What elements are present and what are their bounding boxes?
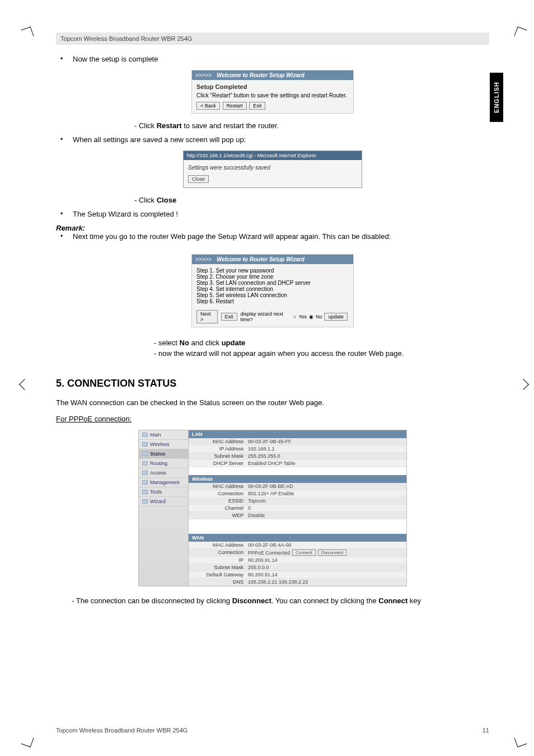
wizard-step: Step 1. Set your new password <box>196 267 349 274</box>
sidebar-item-management[interactable]: Management <box>139 478 188 487</box>
sidebar-item-wizard[interactable]: Wizard <box>139 497 188 506</box>
wan-label: Subnet Mask <box>192 565 248 570</box>
ie-title: http://192.168.1.1/wizard8.cgi - Microso… <box>184 151 362 160</box>
no-label: No <box>316 314 322 320</box>
folder-icon <box>142 442 148 447</box>
wizard-title: Welcome to Router Setup Wizard <box>217 72 305 78</box>
wan-label: DNS <box>192 579 248 585</box>
lan-label: DHCP Server <box>192 461 248 466</box>
wizard-step: Step 5. Set wireless LAN connection <box>196 292 349 298</box>
sidebar-item-tools[interactable]: Tools <box>139 487 188 497</box>
wireless-value: Disable <box>248 513 265 518</box>
wan-value: 195.238.2.21 195.238.2.22 <box>248 579 308 585</box>
wireless-value: 00-03-2F-0B-BE-AD <box>248 483 293 489</box>
wizard-title: Welcome to Router Setup Wizard <box>217 256 305 262</box>
wan-label: MAC Address <box>192 542 248 548</box>
lan-value: 00-03-2F-0B-49-FF <box>248 439 292 444</box>
connect-button[interactable]: Connect <box>292 550 316 556</box>
status-sidebar: Main Wireless Status Routing Access Mana… <box>138 430 189 586</box>
lan-value: Enabled DHCP Table <box>248 461 296 466</box>
back-button[interactable]: < Back <box>196 102 220 110</box>
wan-value: 80.200.91.14 <box>248 572 278 577</box>
wan-label: IP <box>192 557 248 563</box>
folder-icon <box>142 499 148 504</box>
wizard-step: Step 4. Set internet connection <box>196 286 349 292</box>
wizard-setup-completed: >>>>> Welcome to Router Setup Wizard Set… <box>191 70 354 114</box>
ie-msg: Settings were successfully saved <box>188 165 357 171</box>
wireless-label: ESSID <box>192 498 248 504</box>
lan-label: IP Address <box>192 446 248 452</box>
wireless-label: MAC Address <box>192 483 248 489</box>
wireless-label: Connection <box>192 491 248 496</box>
text-when-saved: When all settings are saved a new screen… <box>73 135 246 144</box>
wizard-title-prefix: >>>>> <box>195 72 212 78</box>
wan-value: 80.200.91.14 <box>248 557 278 563</box>
text-select-no: - select No and click update <box>154 339 489 347</box>
wireless-label: WEP <box>192 513 248 518</box>
header-product: Topcom Wireless Broadband Router WBR 254… <box>56 32 489 45</box>
wan-label: Connection <box>192 550 248 556</box>
radio-yes[interactable]: ○ <box>293 314 296 320</box>
bullet: • <box>56 135 73 146</box>
sidebar-item-main[interactable]: Main <box>139 430 188 440</box>
bullet: • <box>56 232 73 243</box>
lan-value: 255.255.255.0 <box>248 453 280 459</box>
sidebar-item-status[interactable]: Status <box>139 449 188 459</box>
text-now-complete: Now the setup is complete <box>73 55 158 63</box>
wizard-heading: Setup Completed <box>196 83 349 90</box>
folder-icon <box>142 461 148 466</box>
folder-icon <box>142 480 148 485</box>
wizard-step: Step 6. Restart <box>196 298 349 304</box>
sidebar-item-routing[interactable]: Routing <box>139 459 188 468</box>
ie-dialog: http://192.168.1.1/wizard8.cgi - Microso… <box>183 151 362 188</box>
remark-heading: Remark: <box>56 224 489 232</box>
wireless-panel-header: Wireless <box>189 475 406 483</box>
exit-button[interactable]: Exit <box>221 313 237 321</box>
text-click-close: - Click Close <box>134 196 489 204</box>
status-screenshot: Main Wireless Status Routing Access Mana… <box>138 430 407 586</box>
text-now-wizard: - now the wizard will not appear again w… <box>154 349 489 358</box>
lan-value: 192.168.1.1 <box>248 446 275 452</box>
wan-label: Default Gateway <box>192 572 248 577</box>
display-text: display wizard next time? <box>241 311 291 322</box>
wireless-label: Channel <box>192 505 248 511</box>
bullet: • <box>56 55 73 65</box>
exit-button[interactable]: Exit <box>249 102 265 110</box>
radio-no[interactable]: ◉ <box>309 314 313 320</box>
lan-label: MAC Address <box>192 439 248 444</box>
sidebar-item-access[interactable]: Access <box>139 468 188 478</box>
wizard-title-prefix: >>>>> <box>195 256 212 262</box>
yes-label: Yes <box>298 314 307 320</box>
language-tab: ENGLISH <box>490 73 503 122</box>
crop-mark <box>514 734 527 747</box>
wan-panel-header: WAN <box>189 534 406 542</box>
text-disconnect: - The connection can be disconnected by … <box>72 597 489 605</box>
text-for-pppoe: For PPPoE connection: <box>56 415 489 423</box>
text-click-restart: - Click Restart to save and restart the … <box>134 121 489 130</box>
folder-icon <box>142 471 148 475</box>
close-button[interactable]: Close <box>188 175 209 183</box>
text-wizard-completed: The Setup Wizard is completed ! <box>73 210 178 218</box>
wireless-value: 0 <box>248 505 251 511</box>
wan-value: PPPoE Connected <box>248 550 290 556</box>
wireless-value: Topcom <box>248 498 266 504</box>
next-button[interactable]: Next > <box>196 310 218 323</box>
restart-button[interactable]: Restart <box>223 102 247 110</box>
sidebar-item-wireless[interactable]: Wireless <box>139 440 188 449</box>
wizard-step: Step 2. Choose your time zone <box>196 274 349 280</box>
page-number: 11 <box>483 727 489 734</box>
folder-icon <box>142 433 148 437</box>
wan-value: 255.0.0.0 <box>248 565 269 570</box>
text-wan-checked: The WAN connection can be checked in the… <box>56 398 489 407</box>
wan-value: 00-03-2F-0B-4A-00 <box>248 542 292 548</box>
lan-label: Subnet Mask <box>192 453 248 459</box>
crop-mark <box>21 734 34 747</box>
update-button[interactable]: update <box>324 313 348 321</box>
folder-icon <box>142 490 148 494</box>
bullet: • <box>56 210 73 220</box>
section-5-heading: 5. CONNECTION STATUS <box>56 378 489 389</box>
disconnect-button[interactable]: Disconnect <box>318 550 347 556</box>
text-next-time: Next time you go to the router Web page … <box>73 232 391 241</box>
footer-product: Topcom Wireless Broadband Router WBR 254… <box>56 727 188 734</box>
lan-panel-header: LAN <box>189 430 406 438</box>
